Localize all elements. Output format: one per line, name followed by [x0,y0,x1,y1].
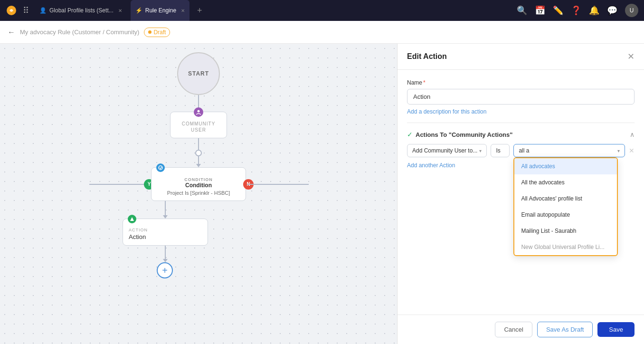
back-button[interactable]: ← [8,28,15,37]
tab-global-profile-close[interactable]: ✕ [118,8,122,13]
calendar-icon[interactable]: 📅 [535,5,545,16]
panel-close-button[interactable]: ✕ [627,51,635,62]
action-row: Add Community User to... ▾ Is all a ▾ Al… [407,144,635,157]
dropdown-item-email-autopopulate[interactable]: Email autopopulate [514,207,617,223]
is-label: Is [491,144,510,157]
actions-section-header: ✓ Actions To "Community Actions" ∧ [407,131,635,138]
tab-global-profile-label: Global Profile lists (Sett... [49,7,114,14]
name-label: Name* [407,79,635,86]
tab-global-profile-icon: 👤 [39,7,47,14]
add-description-link[interactable]: Add a description for this action [407,108,635,115]
value-dropdown-wrapper: all a ▾ All advocates All the advocates … [513,144,625,157]
add-node-button[interactable]: + [157,262,173,278]
section-divider [407,123,635,123]
nav-right: 🔍 📅 ✏️ ❓ 🔔 💬 U [517,4,638,17]
tab-rule-engine[interactable]: ⚡ Rule Engine ✕ [131,0,189,21]
rule-subtitle: (Customer / Community) [72,29,140,36]
breadcrumb: My advocacy Rule (Customer / Community) [20,29,139,36]
app-logo[interactable] [6,4,19,17]
bell-icon[interactable]: 🔔 [589,5,599,16]
tab-rule-engine-label: Rule Engine [145,7,176,14]
community-user-icon [194,107,203,117]
dropdown-item-all-advocates-profile-list[interactable]: All Advocates' profile list [514,191,617,207]
save-button[interactable]: Save [597,322,635,337]
panel-body: Name* Add a description for this action … [398,70,644,315]
add-community-user-label: Add Community User to... [412,147,477,154]
collapse-icon[interactable]: ∧ [630,131,635,138]
connector-line-2 [198,138,199,150]
value-dropdown[interactable]: all a ▾ [513,144,625,157]
sub-header: ← My advocacy Rule (Customer / Community… [0,21,644,44]
section-check-icon: ✓ [407,131,413,138]
edit-icon[interactable]: ✏️ [553,5,563,16]
tab-rule-engine-close[interactable]: ✕ [181,8,185,13]
help-icon[interactable]: ❓ [571,5,581,16]
community-sublabel: USER [191,127,206,133]
panel-header: Edit Action ✕ [398,44,644,70]
node-start: START [177,52,220,95]
right-panel: Edit Action ✕ Name* Add a description fo… [397,44,644,344]
add-tab-button[interactable]: + [193,4,206,18]
value-label: all a [519,147,529,154]
panel-title: Edit Action [407,52,447,61]
tab-rule-engine-icon: ⚡ [135,7,142,14]
condition-title: CONDITION [184,177,213,182]
dropdown-item-new-global[interactable]: New Global Universal Profile Li... [514,239,617,255]
canvas[interactable]: START COMMUNITY USER [0,44,397,344]
remove-action-button[interactable]: ✕ [629,147,635,154]
draft-label: Draft [153,29,166,36]
name-input[interactable] [407,89,635,105]
node-action[interactable]: ACTION Action [123,219,208,246]
cancel-button[interactable]: Cancel [495,322,532,337]
dropdown-list: All advocates All the advocates All Advo… [513,157,618,256]
start-label: START [188,70,209,77]
connector-circle [195,150,202,156]
draft-dot [148,30,152,34]
save-as-draft-button[interactable]: Save As Draft [537,322,593,337]
name-field-group: Name* Add a description for this action [407,79,635,115]
section-title: Actions To "Community Actions" [416,131,512,138]
action-icon [128,215,136,223]
condition-icon [156,163,165,172]
search-icon[interactable]: 🔍 [517,5,527,16]
connector-line-3 [198,156,199,164]
dropdown-item-all-advocates[interactable]: All advocates [514,158,617,174]
svg-marker-3 [130,217,134,221]
draft-badge: Draft [144,28,170,37]
dropdown-chevron-1: ▾ [479,148,482,153]
svg-point-1 [198,110,200,113]
node-condition[interactable]: CONDITION Condition Project Is [Sprinklr… [151,167,246,201]
tab-global-profile[interactable]: 👤 Global Profile lists (Sett... ✕ [35,0,127,21]
dropdown-item-all-the-advocates[interactable]: All the advocates [514,174,617,191]
add-community-user-dropdown[interactable]: Add Community User to... ▾ [407,144,487,157]
dropdown-chevron-2: ▾ [617,148,620,153]
dropdown-item-mailing-list-saurabh[interactable]: Mailing List - Saurabh [514,223,617,239]
action-type: ACTION [129,228,202,232]
condition-name: Condition [185,182,212,189]
connector-line-1 [198,95,199,108]
condition-subtitle: Project Is [Sprinklr - HSBC] [167,190,230,196]
community-label: COMMUNITY [182,121,216,126]
top-nav: ⠿ 👤 Global Profile lists (Sett... ✕ ⚡ Ru… [0,0,644,21]
panel-footer: Cancel Save As Draft Save [398,315,644,344]
user-avatar[interactable]: U [625,4,638,17]
chat-icon[interactable]: 💬 [607,5,617,16]
connector-arrow-2 [196,164,201,167]
node-community-user[interactable]: COMMUNITY USER [170,112,227,138]
action-title: Action [129,233,202,240]
apps-grid-icon[interactable]: ⠿ [23,5,29,16]
rule-title: My advocacy Rule [20,29,70,36]
main-area: START COMMUNITY USER [0,44,644,344]
